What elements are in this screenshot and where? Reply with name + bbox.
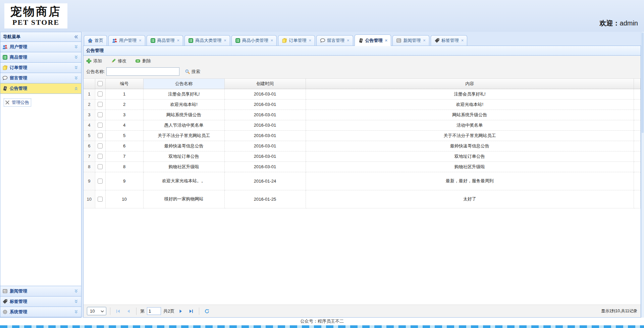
tab-message[interactable]: 留言管理×: [316, 35, 353, 46]
tab-label: 公告管理: [365, 38, 383, 44]
sidebar-subitem-manage-notice[interactable]: 管理公告: [4, 99, 31, 107]
table-row[interactable]: 99欢迎大家光临本站。。2016-01-24最新，最好，服务最周到: [84, 172, 641, 190]
sidebar-item-goods[interactable]: 商品管理: [0, 52, 81, 63]
tab-label: 商品管理: [157, 38, 175, 44]
tab-home[interactable]: 首页: [84, 35, 107, 46]
prev-page-button[interactable]: [124, 307, 132, 315]
row-checkbox[interactable]: [98, 102, 103, 107]
content-cell: 注册会员享好礼!: [306, 89, 634, 99]
logo-chinese: 宠物商店: [4, 5, 67, 18]
content-cell: 购物社区升级啦: [306, 161, 634, 172]
welcome-label: 欢迎：: [600, 19, 620, 27]
sidebar-item-orders[interactable]: 订单管理: [0, 63, 81, 73]
sidebar-item-tags[interactable]: 标签管理: [0, 297, 81, 307]
tab-close-icon[interactable]: ×: [177, 39, 180, 42]
first-page-button[interactable]: [114, 307, 122, 315]
checkbox-cell: [95, 89, 105, 99]
page: 宠物商店 PET STORE 欢迎：admin 导航菜单 用户管理商品管理订单管…: [0, 0, 644, 328]
row-checkbox[interactable]: [98, 164, 103, 169]
tab-goods[interactable]: 商品管理×: [147, 35, 183, 46]
tag-icon: [434, 38, 440, 43]
tab-close-icon[interactable]: ×: [309, 39, 311, 42]
sidebar-item-system[interactable]: 系统管理: [0, 307, 81, 317]
home-icon: [88, 38, 93, 43]
row-checkbox[interactable]: [98, 143, 103, 148]
table-row[interactable]: 77双地址订单公告2016-03-01双地址订单公告: [84, 151, 641, 161]
tab-close-icon[interactable]: ×: [347, 39, 350, 42]
chevron-double-down-icon: [74, 310, 78, 314]
table-row[interactable]: 88购物社区升级啦2016-03-01购物社区升级啦: [84, 161, 641, 172]
sidebar-title-bar: 导航菜单: [0, 32, 81, 42]
first-page-icon: [115, 309, 121, 314]
vertical-scrollbar[interactable]: [641, 32, 644, 318]
table-row[interactable]: 22欢迎光临本站!2016-03-01欢迎光临本站!: [84, 99, 641, 110]
chevron-double-down-icon: [74, 76, 78, 80]
id-cell: 2: [105, 99, 143, 110]
collapse-left-icon[interactable]: [74, 35, 78, 39]
scrollbar-thumb[interactable]: [642, 32, 644, 133]
id-cell: 7: [105, 151, 143, 161]
table-row[interactable]: 66最帅快递哥信息公告2016-03-01最帅快递哥信息公告: [84, 141, 641, 151]
welcome-text: 欢迎：admin: [600, 19, 638, 28]
tab-close-icon[interactable]: ×: [271, 39, 273, 42]
current-page-input[interactable]: [147, 307, 161, 315]
toolbar: 添加 修改 删除 公告名称:: [84, 56, 641, 79]
next-page-button[interactable]: [177, 307, 185, 315]
row-checkbox[interactable]: [98, 179, 103, 184]
row-number-cell: 7: [84, 151, 95, 161]
tab-users[interactable]: 用户管理×: [108, 35, 145, 46]
table-row[interactable]: 1010很好的一家购物网站2016-01-25太好了: [84, 190, 641, 208]
tab-close-icon[interactable]: ×: [423, 39, 426, 42]
refresh-button[interactable]: [203, 307, 211, 315]
tab-orders[interactable]: 订单管理×: [278, 35, 315, 46]
main-content: 首页用户管理×商品管理×商品大类管理×商品小类管理×订单管理×留言管理×公告管理…: [83, 32, 641, 318]
tab-bar: 首页用户管理×商品管理×商品大类管理×商品小类管理×订单管理×留言管理×公告管理…: [83, 32, 641, 46]
tab-tags[interactable]: 标签管理×: [431, 35, 468, 46]
tab-news[interactable]: 新闻管理×: [392, 35, 429, 46]
search-input[interactable]: [106, 67, 179, 76]
date-cell: 2016-03-01: [224, 99, 306, 110]
page-label-before: 第: [140, 308, 145, 314]
prev-page-icon: [126, 309, 131, 314]
sidebar-item-news[interactable]: 新闻管理: [0, 286, 81, 297]
date-cell: 2016-03-01: [224, 120, 306, 130]
filler-cell: [634, 110, 641, 120]
table-row[interactable]: 33网站系统升级公告2016-03-01网站系统升级公告: [84, 110, 641, 120]
news-icon: [2, 288, 8, 294]
sidebar-item-message[interactable]: 留言管理: [0, 73, 81, 83]
tab-close-icon[interactable]: ×: [224, 39, 226, 42]
page-size-select[interactable]: 10: [87, 307, 106, 315]
search-button[interactable]: 搜索: [185, 69, 200, 75]
data-grid: 编号公告名称创建时间内容 11注册会员享好礼!2016-03-01注册会员享好礼…: [84, 79, 641, 305]
table-row[interactable]: 55关于不法分子冒充网站员工2016-03-01关于不法分子冒充网站员工: [84, 130, 641, 141]
sidebar-item-notice[interactable]: 公告管理: [0, 83, 81, 94]
sidebar-item-users[interactable]: 用户管理: [0, 42, 81, 52]
tab-close-icon[interactable]: ×: [385, 39, 388, 42]
tab-goods-minor[interactable]: 商品小类管理×: [231, 35, 277, 46]
select-all-checkbox[interactable]: [98, 81, 103, 86]
row-number-cell: 8: [84, 161, 95, 172]
orders-icon: [282, 38, 287, 43]
row-checkbox[interactable]: [98, 123, 103, 128]
add-button[interactable]: 添加: [86, 58, 102, 64]
date-cell: 2016-03-01: [224, 130, 306, 141]
tab-goods-major[interactable]: 商品大类管理×: [184, 35, 230, 46]
row-checkbox[interactable]: [98, 112, 103, 117]
tab-notice[interactable]: 公告管理×: [355, 35, 391, 46]
table-row[interactable]: 44愚人节活动中奖名单2016-03-01活动中奖名单: [84, 120, 641, 130]
delete-button[interactable]: 删除: [135, 58, 151, 64]
row-checkbox[interactable]: [98, 91, 103, 96]
row-number-cell: 6: [84, 141, 95, 151]
tab-label: 订单管理: [289, 38, 306, 44]
edit-button[interactable]: 修改: [111, 58, 126, 64]
tab-close-icon[interactable]: ×: [461, 39, 464, 42]
row-checkbox[interactable]: [98, 133, 103, 138]
row-checkbox[interactable]: [98, 154, 103, 159]
row-checkbox[interactable]: [98, 197, 103, 202]
table-row[interactable]: 11注册会员享好礼!2016-03-01注册会员享好礼!: [84, 89, 641, 99]
search-label: 公告名称:: [86, 69, 105, 75]
tab-label: 留言管理: [327, 38, 344, 44]
tab-close-icon[interactable]: ×: [139, 39, 142, 42]
last-page-button[interactable]: [187, 307, 195, 315]
id-cell: 4: [105, 120, 143, 130]
